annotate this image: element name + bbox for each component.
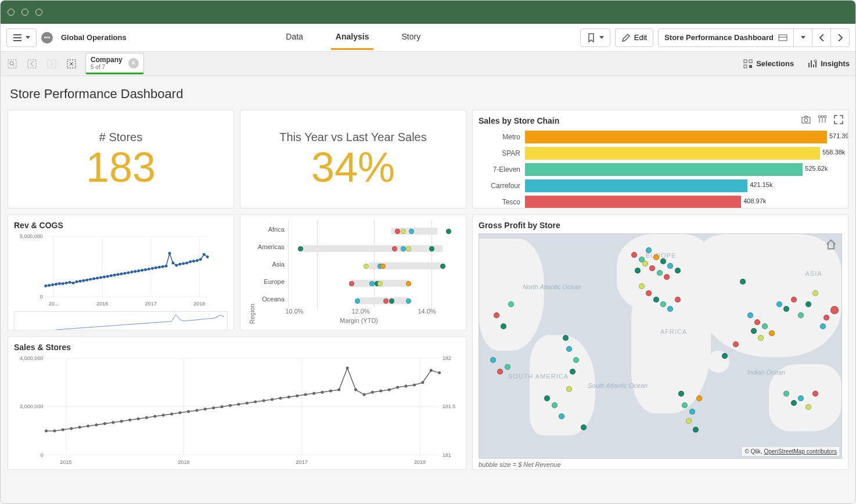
sales-stores-card[interactable]: Sales & Stores 02,000,0004,000,000181181… [8,336,466,470]
map-dot[interactable] [581,424,587,430]
svg-point-107 [162,413,165,416]
insights-button[interactable]: Insights [808,59,850,69]
window-close-icon[interactable] [8,9,15,16]
bar-row[interactable]: Metro 571.39k [479,129,842,145]
rev-cogs-card[interactable]: Rev & COGS 05,000,00020...201620172018 [8,214,234,330]
sheet-dropdown[interactable] [793,29,812,46]
map-dot[interactable] [494,312,499,318]
chevron-down-icon [801,36,805,39]
svg-text:2017: 2017 [145,301,157,307]
map-dot[interactable] [820,323,826,329]
selections-tool-button[interactable]: Selections [743,59,794,69]
kpi-stores-card[interactable]: # Stores 183 [8,110,234,208]
map-dot[interactable] [696,395,702,401]
map-dot[interactable] [497,369,503,375]
map-dot[interactable] [823,315,829,321]
svg-point-46 [106,275,109,278]
prev-sheet-button[interactable] [812,29,830,46]
snapshot-icon[interactable] [801,115,811,126]
map-dot[interactable] [657,270,663,276]
svg-point-71 [192,260,195,262]
rev-cogs-mini-chart[interactable] [14,311,228,330]
next-sheet-button[interactable] [830,29,849,46]
map-dot[interactable] [791,400,797,406]
window-minimize-icon[interactable] [21,9,28,16]
map-dot[interactable] [682,402,688,408]
svg-point-133 [379,390,382,393]
map-dot[interactable] [830,306,839,314]
smart-search-icon[interactable] [6,58,18,70]
map-home-icon[interactable] [825,239,837,252]
map-dot[interactable] [798,395,804,401]
map-dot[interactable] [776,301,782,307]
map-dot[interactable] [639,283,645,289]
map-dot[interactable] [805,301,811,307]
clear-all-icon[interactable] [66,58,77,70]
chevron-right-icon [838,34,843,41]
menu-button[interactable] [6,28,37,47]
bar-row[interactable]: Tesco 408.97k [479,194,842,208]
kpi-yoy-card[interactable]: This Year vs Last Year Sales 34% [240,110,466,208]
window-zoom-icon[interactable] [35,9,42,16]
svg-point-14 [821,116,823,118]
svg-point-104 [137,417,140,420]
sheet-selector: Store Performance Dashboard [658,28,850,47]
map-dot[interactable] [631,252,637,258]
map-dot[interactable] [563,335,569,341]
selection-chip-company[interactable]: Company 5 of 7 ✕ [85,53,144,74]
gross-profit-map-card[interactable]: Gross Profit by Store North Atlantic Oce… [472,214,848,470]
edit-button[interactable]: Edit [615,28,653,47]
svg-point-12 [804,118,808,122]
tab-analysis[interactable]: Analysis [331,25,374,50]
sales-stores-chart: 02,000,0004,000,000181181.51822015201620… [14,355,460,467]
map-dot[interactable] [754,319,760,325]
map-dot[interactable] [508,301,514,307]
bar-row[interactable]: 7-Eleven 525.62k [479,161,842,178]
bar-row[interactable]: SPAR 558.38k [479,145,842,161]
step-forward-icon[interactable] [46,58,57,70]
step-back-icon[interactable] [26,58,38,70]
svg-point-65 [171,261,174,264]
sheet-name[interactable]: Store Performance Dashboard [659,33,793,42]
map-dot[interactable] [566,346,572,352]
map-dot[interactable] [791,297,797,303]
map-dot[interactable] [660,301,666,307]
world-map[interactable]: North Atlantic Ocean EUROPE ASIA AFRICA … [479,233,842,459]
tab-data[interactable]: Data [281,25,308,50]
region-margin-card[interactable]: Region AfricaAmericasAsiaEuropeOceana 10… [240,214,466,330]
map-dot[interactable] [722,353,728,359]
svg-point-29 [48,284,51,287]
map-dot[interactable] [783,306,789,312]
bookmark-button[interactable] [580,28,610,47]
map-dot[interactable] [675,297,681,303]
svg-point-97 [78,426,81,429]
osm-link[interactable]: OpenStreetMap contributors [764,448,837,455]
map-dot[interactable] [805,404,811,410]
map-dot[interactable] [747,312,753,318]
chip-close-icon[interactable]: ✕ [128,58,139,69]
svg-text:20...: 20... [49,301,59,307]
svg-point-38 [78,280,81,283]
svg-point-127 [329,390,332,393]
map-dot[interactable] [505,364,510,370]
svg-point-49 [117,273,120,276]
map-dot[interactable] [812,290,818,296]
tab-story[interactable]: Story [397,25,425,50]
map-dot[interactable] [675,268,681,273]
exploration-icon[interactable] [818,115,827,126]
bar-category: 7-Eleven [479,165,525,174]
map-dot[interactable] [653,297,659,303]
svg-point-134 [388,388,391,391]
sales-by-chain-card[interactable]: Sales by Store Chain Metro 571.39kSPAR 5… [472,110,848,208]
map-dot[interactable] [570,369,576,375]
map-dot[interactable] [552,402,558,408]
fullscreen-icon[interactable] [834,115,843,126]
map-dot[interactable] [693,427,699,433]
map-dot[interactable] [689,409,695,415]
map-dot[interactable] [653,254,659,260]
map-dot[interactable] [686,418,692,424]
map-dot[interactable] [646,290,652,296]
map-dot[interactable] [490,357,496,363]
map-dot[interactable] [667,306,673,312]
bar-row[interactable]: Carrefour 421.15k [479,178,842,194]
